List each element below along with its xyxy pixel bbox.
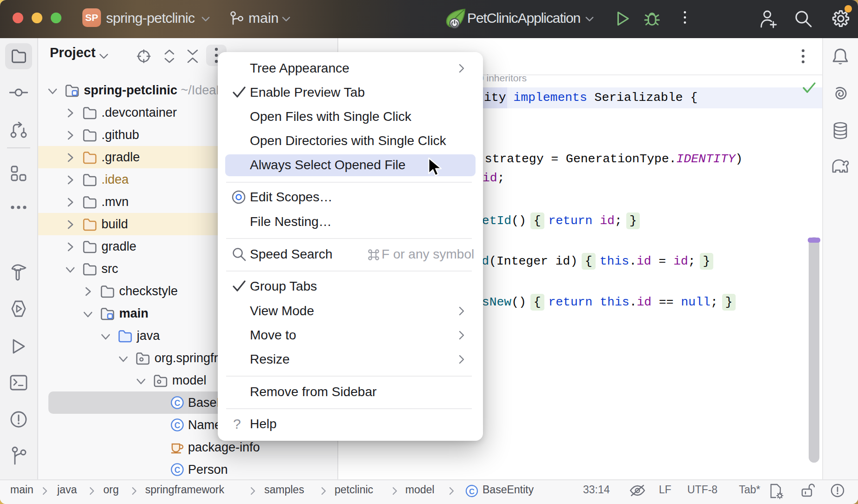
svg-text:C: C	[174, 465, 181, 475]
svg-text:C: C	[174, 421, 181, 430]
svg-text:C: C	[469, 487, 475, 496]
svg-text:C: C	[174, 398, 181, 408]
